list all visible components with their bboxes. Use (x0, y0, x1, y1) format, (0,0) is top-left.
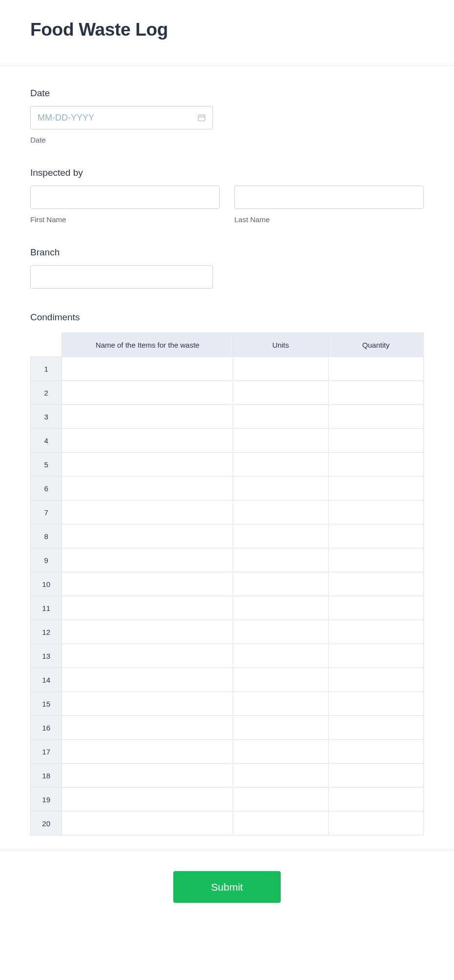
name-input[interactable] (62, 764, 232, 787)
units-input[interactable] (234, 573, 328, 595)
name-input[interactable] (62, 788, 232, 811)
name-input[interactable] (62, 501, 232, 523)
units-input[interactable] (234, 645, 328, 667)
cell-quantity (328, 405, 423, 429)
units-input[interactable] (234, 597, 328, 619)
quantity-input[interactable] (329, 501, 423, 523)
name-input[interactable] (62, 597, 232, 619)
quantity-input[interactable] (329, 453, 423, 476)
cell-name (62, 572, 233, 596)
date-sublabel: Date (30, 136, 424, 144)
cell-units (233, 500, 328, 524)
name-input[interactable] (62, 621, 232, 643)
table-row: 3 (31, 405, 424, 429)
cell-name (62, 692, 233, 716)
cell-units (233, 692, 328, 716)
units-input[interactable] (234, 453, 328, 476)
last-name-input[interactable] (234, 186, 424, 209)
quantity-input[interactable] (329, 357, 423, 380)
name-input[interactable] (62, 429, 232, 452)
units-input[interactable] (234, 621, 328, 643)
units-input[interactable] (234, 812, 328, 834)
quantity-input[interactable] (329, 788, 423, 811)
name-input[interactable] (62, 477, 232, 500)
cell-name (62, 477, 233, 500)
form-header: Food Waste Log (0, 0, 454, 66)
table-row: 18 (31, 764, 424, 788)
units-input[interactable] (234, 477, 328, 500)
table-row: 19 (31, 788, 424, 812)
units-input[interactable] (234, 740, 328, 763)
quantity-input[interactable] (329, 381, 423, 404)
date-input[interactable] (30, 106, 213, 129)
quantity-input[interactable] (329, 573, 423, 595)
row-number: 8 (31, 524, 62, 548)
units-input[interactable] (234, 764, 328, 787)
name-input[interactable] (62, 740, 232, 763)
quantity-input[interactable] (329, 764, 423, 787)
name-input[interactable] (62, 716, 232, 739)
name-input[interactable] (62, 357, 232, 380)
table-row: 14 (31, 668, 424, 692)
quantity-input[interactable] (329, 405, 423, 428)
cell-quantity (328, 572, 423, 596)
quantity-input[interactable] (329, 645, 423, 667)
cell-units (233, 596, 328, 620)
table-row: 10 (31, 572, 424, 596)
table-row: 2 (31, 381, 424, 405)
units-input[interactable] (234, 501, 328, 523)
units-input[interactable] (234, 381, 328, 404)
units-input[interactable] (234, 549, 328, 571)
name-input[interactable] (62, 549, 232, 571)
condiments-label: Condiments (30, 312, 424, 323)
cell-units (233, 381, 328, 405)
units-input[interactable] (234, 788, 328, 811)
form-footer: Submit (0, 850, 454, 937)
name-input[interactable] (62, 692, 232, 715)
units-input[interactable] (234, 716, 328, 739)
quantity-input[interactable] (329, 525, 423, 547)
name-input[interactable] (62, 453, 232, 476)
row-number: 18 (31, 764, 62, 788)
table-row: 12 (31, 620, 424, 644)
cell-name (62, 500, 233, 524)
units-input[interactable] (234, 525, 328, 547)
quantity-input[interactable] (329, 549, 423, 571)
cell-quantity (328, 812, 423, 835)
date-field-block: Date Date (30, 88, 424, 144)
quantity-input[interactable] (329, 692, 423, 715)
first-name-input[interactable] (30, 186, 220, 209)
quantity-input[interactable] (329, 477, 423, 500)
quantity-input[interactable] (329, 716, 423, 739)
units-input[interactable] (234, 429, 328, 452)
name-input[interactable] (62, 405, 232, 428)
cell-name (62, 548, 233, 572)
name-input[interactable] (62, 645, 232, 667)
name-input[interactable] (62, 525, 232, 547)
units-input[interactable] (234, 692, 328, 715)
cell-units (233, 357, 328, 381)
branch-input[interactable] (30, 265, 213, 289)
name-input[interactable] (62, 381, 232, 404)
units-input[interactable] (234, 668, 328, 691)
name-input[interactable] (62, 573, 232, 595)
cell-name (62, 812, 233, 835)
quantity-input[interactable] (329, 812, 423, 834)
quantity-input[interactable] (329, 668, 423, 691)
cell-quantity (328, 740, 423, 764)
inspected-by-label: Inspected by (30, 167, 424, 178)
units-input[interactable] (234, 357, 328, 380)
name-input[interactable] (62, 812, 232, 834)
cell-units (233, 405, 328, 429)
submit-button[interactable]: Submit (173, 871, 281, 903)
units-input[interactable] (234, 405, 328, 428)
quantity-input[interactable] (329, 597, 423, 619)
name-input[interactable] (62, 668, 232, 691)
table-row: 5 (31, 453, 424, 477)
table-row: 8 (31, 524, 424, 548)
quantity-input[interactable] (329, 621, 423, 643)
quantity-input[interactable] (329, 429, 423, 452)
row-number-header (31, 333, 62, 357)
quantity-input[interactable] (329, 740, 423, 763)
condiments-table: Name of the Items for the waste Units Qu… (30, 333, 424, 835)
